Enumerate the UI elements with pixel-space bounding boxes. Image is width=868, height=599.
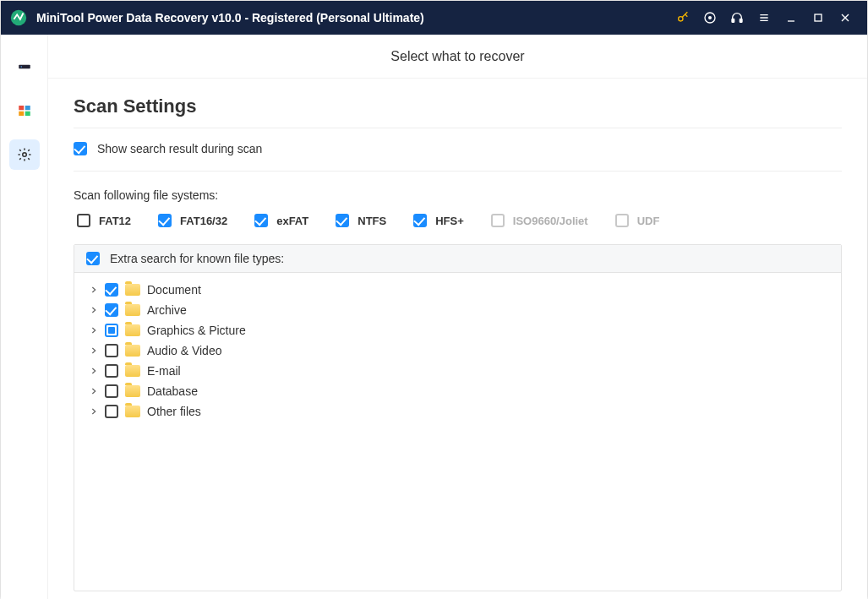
extra-search-label: Extra search for known file types: bbox=[110, 252, 284, 265]
tree-item: E-mail bbox=[81, 361, 834, 381]
folder-icon bbox=[125, 365, 140, 377]
fs-label-fat12: FAT12 bbox=[99, 215, 131, 227]
show-result-label: Show search result during scan bbox=[97, 142, 262, 155]
tree-checkbox[interactable] bbox=[105, 364, 118, 378]
tree-item-label: Document bbox=[147, 283, 201, 297]
svg-rect-10 bbox=[25, 106, 30, 110]
divider bbox=[74, 171, 842, 172]
svg-point-1 bbox=[679, 17, 683, 21]
minimize-button[interactable] bbox=[778, 1, 805, 35]
fs-label-udf: UDF bbox=[637, 215, 660, 227]
fs-item-hfs: HFS+ bbox=[413, 214, 464, 227]
sidebar-item-drives[interactable] bbox=[9, 52, 40, 82]
svg-rect-7 bbox=[19, 65, 30, 69]
fs-label-fat1632: FAT16/32 bbox=[180, 215, 227, 227]
file-type-panel: Extra search for known file types: Docum… bbox=[74, 244, 842, 591]
svg-rect-6 bbox=[815, 14, 822, 21]
tree-item-label: Archive bbox=[147, 303, 187, 317]
file-type-panel-header: Extra search for known file types: bbox=[74, 245, 841, 273]
folder-icon bbox=[125, 284, 140, 296]
chevron-right-icon[interactable] bbox=[86, 323, 101, 338]
sidebar-item-devices[interactable] bbox=[9, 95, 40, 126]
svg-rect-5 bbox=[740, 19, 742, 22]
fs-checkbox-ntfs[interactable] bbox=[336, 214, 349, 227]
tree-checkbox[interactable] bbox=[105, 344, 118, 357]
page-title: Scan Settings bbox=[74, 95, 842, 128]
chevron-right-icon[interactable] bbox=[86, 363, 101, 378]
chevron-right-icon[interactable] bbox=[86, 404, 101, 419]
svg-rect-9 bbox=[19, 106, 24, 110]
fs-item-iso: ISO9660/Joliet bbox=[491, 214, 588, 227]
tree-item-label: E-mail bbox=[147, 364, 181, 378]
chevron-right-icon[interactable] bbox=[86, 343, 101, 358]
fs-checkbox-fat1632[interactable] bbox=[158, 214, 172, 227]
extra-search-checkbox[interactable] bbox=[86, 252, 100, 265]
fs-checkbox-exfat[interactable] bbox=[254, 214, 268, 227]
tree-item: Archive bbox=[81, 300, 834, 320]
fs-label-hfs: HFS+ bbox=[435, 215, 464, 227]
tree-item-label: Other files bbox=[147, 405, 201, 418]
folder-icon bbox=[125, 324, 140, 336]
fs-checkbox-iso bbox=[491, 214, 505, 227]
headphones-icon[interactable] bbox=[723, 1, 751, 35]
show-result-checkbox[interactable] bbox=[74, 142, 87, 155]
fs-checkbox-hfs[interactable] bbox=[413, 214, 427, 227]
tree-item: Audio & Video bbox=[81, 340, 834, 361]
sidebar-item-settings[interactable] bbox=[9, 139, 40, 170]
tree-item-label: Database bbox=[147, 384, 198, 398]
tree-checkbox[interactable] bbox=[105, 303, 118, 317]
fs-label-ntfs: NTFS bbox=[358, 215, 386, 227]
svg-rect-4 bbox=[732, 19, 734, 22]
svg-point-8 bbox=[20, 66, 22, 68]
filesystem-row: FAT12FAT16/32exFATNTFSHFS+ISO9660/Joliet… bbox=[77, 214, 842, 227]
fs-checkbox-udf bbox=[615, 214, 629, 227]
chevron-right-icon[interactable] bbox=[86, 282, 101, 297]
tree-item: Graphics & Picture bbox=[81, 320, 834, 340]
fs-checkbox-fat12[interactable] bbox=[77, 214, 90, 227]
fs-item-ntfs: NTFS bbox=[336, 214, 386, 227]
disc-icon[interactable] bbox=[696, 1, 723, 35]
fs-item-fat12: FAT12 bbox=[77, 214, 131, 227]
svg-rect-11 bbox=[19, 112, 24, 116]
tree-checkbox[interactable] bbox=[105, 405, 118, 418]
file-type-tree: DocumentArchiveGraphics & PictureAudio &… bbox=[74, 273, 841, 591]
show-result-row: Show search result during scan bbox=[74, 142, 842, 155]
fs-item-fat1632: FAT16/32 bbox=[158, 214, 227, 227]
page-subtitle: Select what to recover bbox=[48, 35, 867, 79]
svg-point-13 bbox=[22, 153, 26, 157]
tree-checkbox[interactable] bbox=[105, 283, 118, 297]
maximize-button[interactable] bbox=[805, 1, 832, 35]
main-panel: Select what to recover Scan Settings Sho… bbox=[48, 35, 867, 599]
tree-item: Database bbox=[81, 381, 834, 401]
fs-item-exfat: exFAT bbox=[254, 214, 308, 227]
titlebar: MiniTool Power Data Recovery v10.0 - Reg… bbox=[1, 1, 867, 35]
tree-item-label: Graphics & Picture bbox=[147, 324, 246, 337]
app-logo-icon bbox=[9, 8, 28, 27]
folder-icon bbox=[125, 406, 140, 417]
fs-item-udf: UDF bbox=[615, 214, 660, 227]
folder-icon bbox=[125, 304, 140, 316]
svg-point-3 bbox=[709, 17, 712, 19]
key-icon[interactable] bbox=[669, 1, 696, 35]
menu-icon[interactable] bbox=[751, 1, 778, 35]
app-title: MiniTool Power Data Recovery v10.0 - Reg… bbox=[36, 11, 424, 25]
folder-icon bbox=[125, 385, 140, 397]
dialog-footer: Cancel OK bbox=[74, 591, 842, 599]
folder-icon bbox=[125, 345, 140, 357]
tree-item-label: Audio & Video bbox=[147, 344, 221, 357]
sidebar bbox=[1, 35, 48, 599]
svg-rect-12 bbox=[25, 112, 30, 116]
chevron-right-icon[interactable] bbox=[86, 302, 101, 318]
tree-item: Document bbox=[81, 280, 834, 300]
tree-checkbox[interactable] bbox=[105, 384, 118, 398]
fs-label-exfat: exFAT bbox=[276, 215, 308, 227]
fs-section-label: Scan following file systems: bbox=[74, 185, 842, 202]
app-window: MiniTool Power Data Recovery v10.0 - Reg… bbox=[1, 1, 867, 598]
close-button[interactable] bbox=[832, 1, 859, 35]
tree-item: Other files bbox=[81, 401, 834, 422]
fs-label-iso: ISO9660/Joliet bbox=[513, 215, 588, 227]
tree-checkbox[interactable] bbox=[105, 324, 118, 337]
chevron-right-icon[interactable] bbox=[86, 384, 101, 399]
